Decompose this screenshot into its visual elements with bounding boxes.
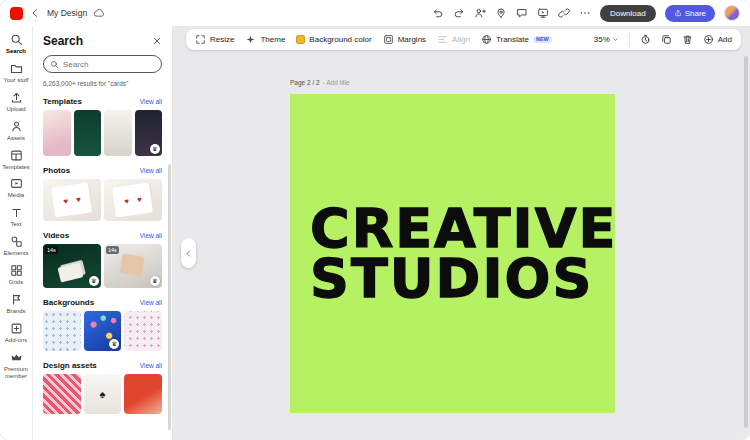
sidebar-item-elements[interactable]: Elements bbox=[0, 231, 32, 260]
redo-icon[interactable] bbox=[453, 7, 465, 19]
background-thumbnail[interactable] bbox=[124, 311, 162, 351]
sidebar-item-search[interactable]: Search bbox=[0, 29, 32, 58]
view-all-link[interactable]: View all bbox=[140, 232, 162, 239]
sidebar-item-upload[interactable]: Upload bbox=[0, 87, 32, 116]
add-page-button[interactable]: Add bbox=[703, 34, 732, 45]
videos-row: 14s 14s bbox=[43, 244, 162, 288]
window-scrollbar[interactable] bbox=[744, 56, 748, 428]
sidebar-item-label: Search bbox=[6, 48, 26, 55]
section-title: Templates bbox=[43, 97, 82, 106]
videos-section: Videos View all 14s 14s bbox=[43, 231, 162, 288]
background-thumbnail[interactable] bbox=[84, 311, 122, 351]
background-color-button[interactable]: Background color bbox=[296, 35, 371, 44]
download-button[interactable]: Download bbox=[600, 5, 656, 22]
photos-section: Photos View all bbox=[43, 166, 162, 221]
translate-globe-icon bbox=[481, 34, 492, 45]
page-indicator: Page 2 / 2 bbox=[290, 79, 320, 86]
add-ons-icon bbox=[10, 322, 23, 335]
view-all-link[interactable]: View all bbox=[140, 299, 162, 306]
background-thumbnail[interactable] bbox=[43, 311, 81, 351]
page-title-placeholder[interactable]: - Add title bbox=[323, 79, 350, 86]
share-button[interactable]: Share bbox=[665, 5, 715, 22]
sidebar-item-grids[interactable]: Grids bbox=[0, 260, 32, 289]
design-asset-thumbnail[interactable] bbox=[124, 374, 162, 414]
document-title[interactable]: My Design bbox=[47, 8, 87, 18]
collapse-panel-button[interactable] bbox=[181, 238, 196, 268]
design-heading[interactable]: CREATIVE STUDIOS bbox=[310, 204, 615, 303]
design-asset-thumbnail[interactable] bbox=[84, 374, 122, 414]
sidebar-item-label: Premium member bbox=[1, 366, 31, 380]
present-icon[interactable] bbox=[537, 7, 549, 19]
canvas-area[interactable]: Resize Theme Background color Margins bbox=[173, 26, 750, 440]
sidebar-item-add-ons[interactable]: Add-ons bbox=[0, 318, 32, 347]
photo-thumbnail[interactable] bbox=[104, 179, 162, 221]
view-all-link[interactable]: View all bbox=[140, 167, 162, 174]
sidebar-item-templates[interactable]: Templates bbox=[0, 145, 32, 174]
sidebar-item-premium-member[interactable]: Premium member bbox=[0, 347, 32, 383]
margins-button[interactable]: Margins bbox=[383, 34, 426, 45]
align-button[interactable]: Align bbox=[437, 34, 470, 45]
sidebar-item-label: Assets bbox=[7, 135, 25, 142]
section-title: Videos bbox=[43, 231, 69, 240]
photos-row bbox=[43, 179, 162, 221]
video-duration-badge: 14s bbox=[45, 246, 58, 254]
translate-label: Translate bbox=[496, 35, 529, 44]
backgrounds-row bbox=[43, 311, 162, 351]
close-icon[interactable] bbox=[152, 36, 162, 46]
duplicate-icon[interactable] bbox=[661, 34, 672, 45]
comment-icon[interactable] bbox=[516, 7, 528, 19]
theme-button[interactable]: Theme bbox=[245, 34, 285, 45]
trash-icon[interactable] bbox=[682, 34, 693, 45]
upload-icon bbox=[10, 91, 23, 104]
resize-button[interactable]: Resize bbox=[195, 34, 234, 45]
link-icon[interactable] bbox=[558, 7, 570, 19]
template-thumbnail[interactable] bbox=[104, 110, 132, 156]
sidebar-item-text[interactable]: Text bbox=[0, 202, 32, 231]
photo-thumbnail[interactable] bbox=[43, 179, 101, 221]
template-thumbnail[interactable] bbox=[135, 110, 163, 156]
video-thumbnail[interactable]: 14s bbox=[104, 244, 162, 288]
panel-scrollbar[interactable] bbox=[168, 164, 171, 430]
resize-icon bbox=[195, 34, 206, 45]
video-duration-badge: 14s bbox=[106, 246, 119, 254]
design-asset-thumbnail[interactable] bbox=[43, 374, 81, 414]
search-icon bbox=[10, 33, 23, 46]
undo-icon[interactable] bbox=[432, 7, 444, 19]
pin-icon[interactable] bbox=[495, 7, 507, 19]
sidebar-item-media[interactable]: Media bbox=[0, 173, 32, 202]
more-options-icon[interactable] bbox=[579, 7, 591, 19]
templates-icon bbox=[10, 149, 23, 162]
sidebar-item-label: Media bbox=[8, 192, 24, 199]
page-header: Page 2 / 2 - Add title bbox=[290, 79, 350, 86]
template-thumbnail[interactable] bbox=[74, 110, 102, 156]
template-thumbnail[interactable] bbox=[43, 110, 71, 156]
sidebar-item-assets[interactable]: Assets bbox=[0, 116, 32, 145]
back-chevron-icon[interactable] bbox=[29, 7, 41, 19]
media-icon bbox=[10, 177, 23, 190]
zoom-control[interactable]: 35% bbox=[594, 35, 619, 44]
app-logo-icon[interactable] bbox=[10, 7, 23, 20]
sidebar-item-brands[interactable]: Brands bbox=[0, 289, 32, 318]
section-title: Photos bbox=[43, 166, 70, 175]
timer-icon[interactable] bbox=[640, 34, 651, 45]
cloud-sync-icon bbox=[93, 7, 105, 19]
design-page[interactable]: CREATIVE STUDIOS bbox=[290, 94, 615, 413]
align-icon bbox=[437, 34, 448, 45]
sidebar-item-your-stuff[interactable]: Your stuff bbox=[0, 58, 32, 87]
search-input[interactable] bbox=[63, 60, 155, 69]
chevron-down-icon bbox=[612, 36, 619, 43]
user-avatar[interactable] bbox=[724, 5, 740, 21]
resize-label: Resize bbox=[210, 35, 234, 44]
sidebar-item-label: Text bbox=[10, 221, 21, 228]
premium-badge-icon bbox=[150, 276, 160, 286]
video-thumbnail[interactable]: 14s bbox=[43, 244, 101, 288]
search-icon bbox=[50, 60, 59, 69]
new-badge: NEW bbox=[533, 36, 552, 44]
translate-button[interactable]: Translate NEW bbox=[481, 34, 552, 45]
premium-badge-icon bbox=[109, 339, 119, 349]
folder-icon bbox=[10, 62, 23, 75]
view-all-link[interactable]: View all bbox=[140, 362, 162, 369]
view-all-link[interactable]: View all bbox=[140, 98, 162, 105]
margins-label: Margins bbox=[398, 35, 426, 44]
add-collaborator-icon[interactable] bbox=[474, 7, 486, 19]
